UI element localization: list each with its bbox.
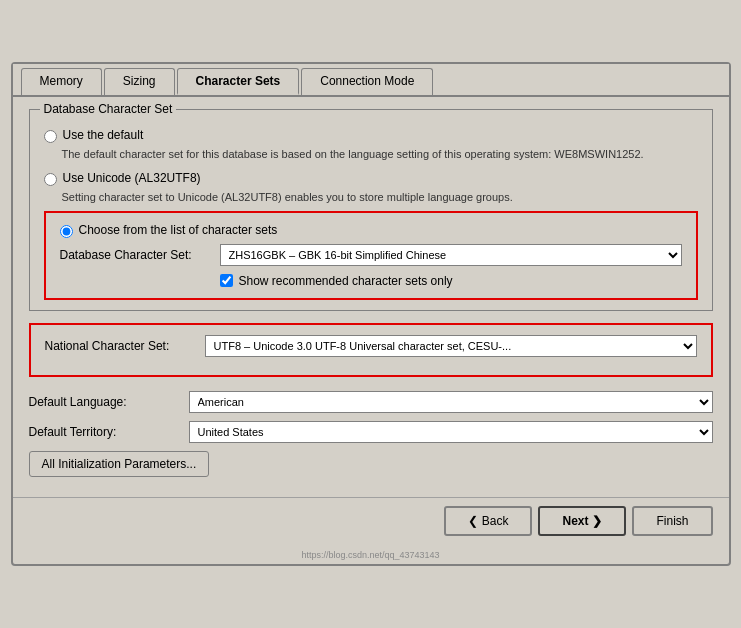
footer: ❮ Back Next ❯ Finish — [13, 497, 729, 548]
content-area: Database Character Set Use the default T… — [13, 97, 729, 497]
radio-use-unicode-desc: Setting character set to Unicode (AL32UT… — [62, 190, 698, 205]
db-charset-row: Database Character Set: ZHS16GBK – GBK 1… — [60, 244, 682, 266]
tab-character-sets[interactable]: Character Sets — [177, 68, 300, 95]
back-arrow-icon: ❮ — [468, 514, 478, 528]
section-title: Database Character Set — [40, 102, 177, 116]
choose-from-list-section: Choose from the list of character sets D… — [44, 211, 698, 300]
bottom-settings: Default Language: American Default Terri… — [29, 387, 713, 443]
tab-connection-mode[interactable]: Connection Mode — [301, 68, 433, 95]
show-recommended-checkbox[interactable] — [220, 274, 233, 287]
init-params-button[interactable]: All Initialization Parameters... — [29, 451, 210, 477]
default-language-row: Default Language: American — [29, 391, 713, 413]
national-charset-label: National Character Set: — [45, 339, 205, 353]
radio-choose-list[interactable]: Choose from the list of character sets — [60, 223, 682, 238]
db-charset-select[interactable]: ZHS16GBK – GBK 16-bit Simplified Chinese — [220, 244, 682, 266]
national-charset-row: National Character Set: UTF8 – Unicode 3… — [45, 335, 697, 357]
radio-use-unicode-label: Use Unicode (AL32UTF8) — [63, 171, 201, 185]
dialog: Memory Sizing Character Sets Connection … — [11, 62, 731, 566]
finish-label: Finish — [656, 514, 688, 528]
next-button[interactable]: Next ❯ — [538, 506, 626, 536]
show-recommended-label: Show recommended character sets only — [239, 274, 453, 288]
national-charset-section: National Character Set: UTF8 – Unicode 3… — [29, 323, 713, 377]
default-language-label: Default Language: — [29, 395, 189, 409]
tab-bar: Memory Sizing Character Sets Connection … — [13, 64, 729, 97]
default-territory-label: Default Territory: — [29, 425, 189, 439]
radio-use-unicode-input[interactable] — [44, 173, 57, 186]
back-label: Back — [482, 514, 509, 528]
next-arrow-icon: ❯ — [592, 514, 602, 528]
watermark: https://blog.csdn.net/qq_43743143 — [13, 548, 729, 564]
tab-memory[interactable]: Memory — [21, 68, 102, 95]
radio-use-default-desc: The default character set for this datab… — [62, 147, 698, 162]
db-charset-section: Database Character Set Use the default T… — [29, 109, 713, 311]
tab-sizing[interactable]: Sizing — [104, 68, 175, 95]
radio-choose-list-label: Choose from the list of character sets — [79, 223, 278, 237]
finish-button[interactable]: Finish — [632, 506, 712, 536]
radio-use-default-input[interactable] — [44, 130, 57, 143]
next-label: Next — [562, 514, 588, 528]
radio-use-default-label: Use the default — [63, 128, 144, 142]
default-territory-row: Default Territory: United States — [29, 421, 713, 443]
national-charset-select[interactable]: UTF8 – Unicode 3.0 UTF-8 Universal chara… — [205, 335, 697, 357]
default-language-select[interactable]: American — [189, 391, 713, 413]
db-charset-field-label: Database Character Set: — [60, 248, 220, 262]
radio-use-default[interactable]: Use the default — [44, 128, 698, 143]
back-button[interactable]: ❮ Back — [444, 506, 533, 536]
default-territory-select[interactable]: United States — [189, 421, 713, 443]
radio-use-unicode[interactable]: Use Unicode (AL32UTF8) — [44, 171, 698, 186]
show-recommended-row[interactable]: Show recommended character sets only — [220, 274, 682, 288]
radio-choose-list-input[interactable] — [60, 225, 73, 238]
